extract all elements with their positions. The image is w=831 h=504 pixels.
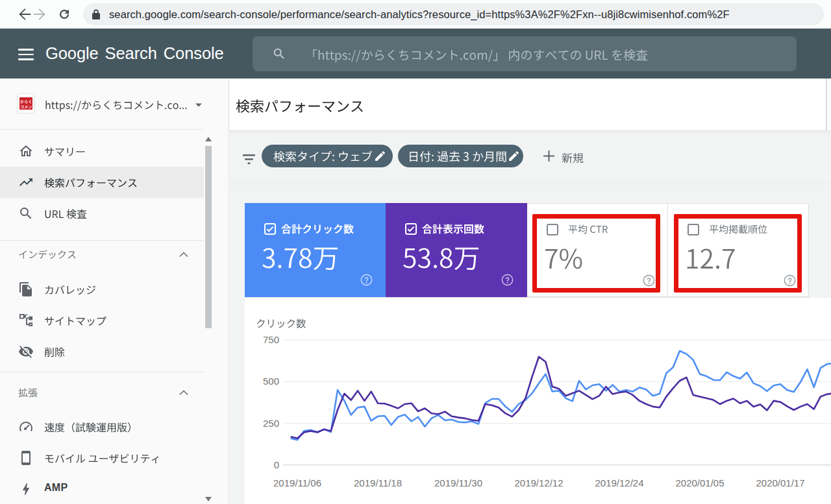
plus-icon [543,150,554,162]
filter-chip-date-label [408,149,507,164]
metric-value-clicks [262,241,340,274]
sidebar-item-label-performance [44,176,138,189]
chart-axis-label [256,317,306,330]
sidebar-item-url-inspection[interactable] [0,198,204,229]
scrollbar-down-arrow[interactable] [204,494,213,504]
caret-down-icon [195,102,203,108]
sidebar-divider [0,372,203,372]
url-text: search.google.com/search-console/perform… [109,0,730,29]
annotation-box-ctr [532,214,660,293]
sidebar: AMP [0,78,229,504]
y-axis-tick: 750 [260,334,279,345]
metric-label-impressions [422,222,484,235]
x-axis-tick: 2019/12/12 [510,477,568,488]
sidebar-item-label-speed [44,421,138,434]
metric-card-impressions[interactable] [386,203,527,297]
sidebar-item-speed[interactable] [0,411,204,442]
screenshot-root: {"browser":{"url":"search.google.com/sea… [0,0,831,504]
main-scrollbar[interactable] [826,78,827,131]
chevron-up-icon [179,389,188,396]
filter-chip-search-type[interactable] [262,145,393,167]
pencil-icon[interactable] [509,151,519,161]
sidebar-item-label-removals [44,346,65,359]
chart-canvas[interactable] [245,298,831,504]
pencil-icon[interactable] [375,151,385,161]
sidebar-item-sitemaps[interactable] [0,305,204,336]
metric-card-clicks[interactable] [245,203,386,297]
y-axis-tick: 0 [260,459,279,470]
filter-icon [243,154,255,165]
property-label [45,99,188,112]
help-icon[interactable] [501,274,514,286]
checkbox-impressions[interactable] [405,223,417,235]
x-axis-tick: 2019/11/30 [429,477,488,488]
filter-chip-date[interactable] [398,145,523,167]
metric-value-impressions [403,241,480,274]
menu-icon[interactable] [18,49,34,60]
site-favicon [19,97,32,110]
scrollbar-up-arrow[interactable] [204,134,213,145]
filter-bar [229,132,831,184]
x-axis-tick: 2020/01/05 [671,477,729,488]
speed-icon [18,419,34,435]
lock-icon [91,8,101,20]
sidebar-item-label-amp: AMP [44,482,68,494]
y-axis-tick: 250 [260,418,279,429]
sidebar-item-coverage[interactable] [0,274,204,305]
trending-up-icon [18,174,34,190]
sidebar-item-label-coverage [44,283,96,296]
filter-chip-search-type-label [273,149,373,164]
browser-forward-button[interactable] [31,5,49,23]
sidebar-item-label-summary [44,145,86,158]
browser-toolbar: search.google.com/search-console/perform… [0,0,831,29]
sidebar-item-amp[interactable]: AMP [0,474,204,504]
x-axis-tick: 2019/11/06 [268,477,327,488]
sidebar-item-label-mobile-usability [44,452,161,465]
annotation-box-position [674,214,802,293]
bolt-icon [18,481,34,497]
sidebar-item-performance[interactable] [0,167,204,198]
header-search-placeholder [305,47,648,63]
y-axis-tick: 500 [260,376,279,387]
checkbox-clicks[interactable] [264,223,276,235]
favicon-text-row2 [20,104,32,110]
new-filter-label [562,151,584,165]
sidebar-scrollbar-thumb[interactable] [205,146,212,328]
visibility-off-icon [18,344,34,359]
sidebar-item-removals[interactable] [0,336,204,367]
search-icon [272,47,286,61]
app-logo[interactable]: Google Search Console [45,29,224,78]
page-title [236,97,364,115]
performance-chart: 7505002500 2019/11/062019/11/182019/11/3… [245,298,831,504]
sidebar-section-label-enhancements [18,387,38,399]
metric-label-clicks [281,222,354,235]
x-axis-tick: 2019/12/24 [590,477,649,488]
divider [0,129,203,130]
property-selector[interactable] [0,78,229,130]
sitemap-icon [18,313,34,328]
browser-reload-button[interactable] [55,5,73,23]
home-icon [18,143,34,159]
sidebar-section-enhancements[interactable] [0,383,204,409]
smartphone-icon [18,450,34,466]
sidebar-section-label-index [18,248,77,261]
page-title-bar [229,78,831,131]
sidebar-item-label-url-inspection [44,208,87,221]
chevron-up-icon [179,251,188,258]
sidebar-section-index[interactable] [0,245,204,270]
app-header: Google Search Console [0,29,831,78]
new-filter-button[interactable] [534,145,606,167]
x-axis-tick: 2019/11/18 [349,477,407,488]
x-axis-tick: 2020/01/17 [751,477,810,488]
coverage-icon [18,282,34,297]
help-icon[interactable] [360,274,373,286]
sidebar-item-label-sitemaps [44,315,106,328]
sidebar-item-summary[interactable] [0,136,204,167]
search-icon [18,206,34,221]
sidebar-divider [0,240,203,241]
sidebar-item-mobile-usability[interactable] [0,442,204,474]
